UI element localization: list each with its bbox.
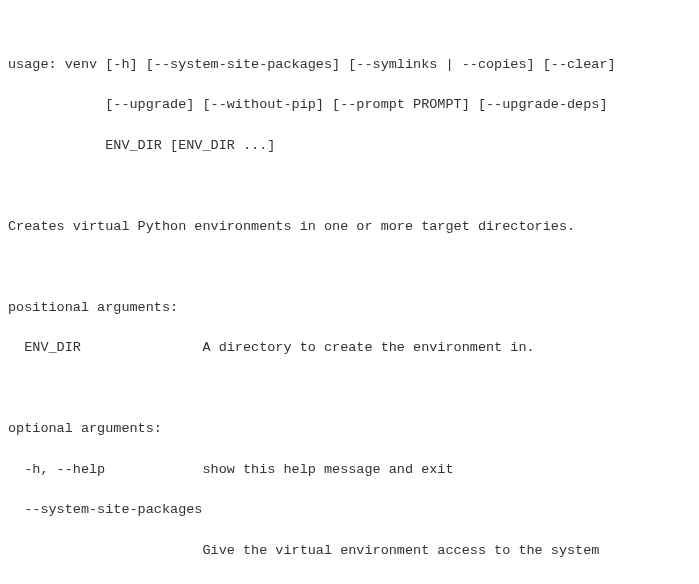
description: Creates virtual Python environments in o… xyxy=(8,217,691,237)
usage-line-1: usage: venv [-h] [--system-site-packages… xyxy=(8,55,691,75)
opt-ssp-flag: --system-site-packages xyxy=(8,500,691,520)
positional-header: positional arguments: xyxy=(8,298,691,318)
blank xyxy=(8,257,691,277)
usage-line-2: [--upgrade] [--without-pip] [--prompt PR… xyxy=(8,95,691,115)
usage-line-3: ENV_DIR [ENV_DIR ...] xyxy=(8,136,691,156)
optional-header: optional arguments: xyxy=(8,419,691,439)
opt-ssp-desc-1: Give the virtual environment access to t… xyxy=(8,541,691,561)
opt-help: -h, --help show this help message and ex… xyxy=(8,460,691,480)
blank xyxy=(8,379,691,399)
blank xyxy=(8,176,691,196)
positional-env-dir: ENV_DIR A directory to create the enviro… xyxy=(8,338,691,358)
